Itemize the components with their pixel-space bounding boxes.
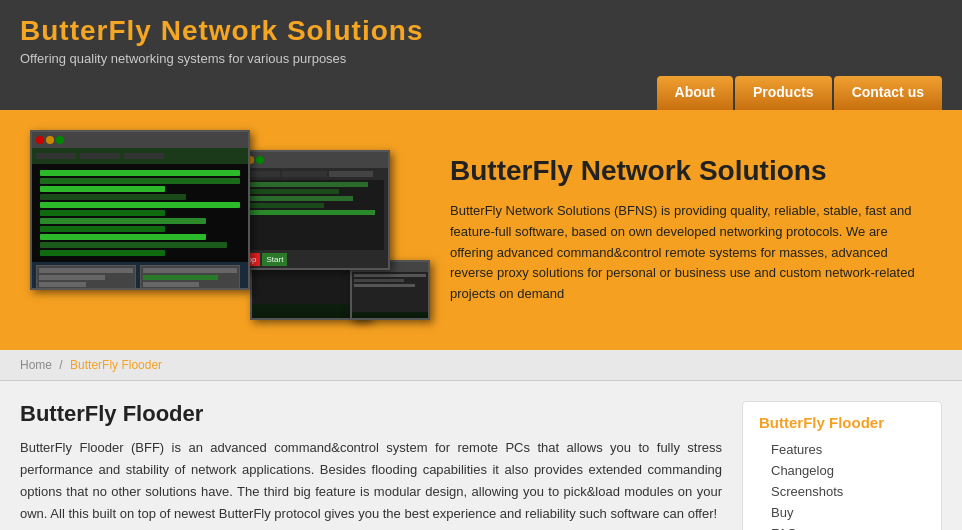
nav-products[interactable]: Products <box>735 76 832 110</box>
hero-banner: Stop Start <box>0 110 962 350</box>
content-body: ButterFly Flooder (BFF) is an advanced c… <box>20 437 722 525</box>
breadcrumb-current[interactable]: ButterFly Flooder <box>70 358 162 372</box>
hero-heading: ButterFly Network Solutions <box>450 155 932 187</box>
main-content: ButterFly Flooder ButterFly Flooder (BFF… <box>0 381 962 530</box>
sidebar: ButterFly Flooder FeaturesChangelogScree… <box>742 401 942 530</box>
nav-about[interactable]: About <box>657 76 733 110</box>
nav: About Products Contact us <box>657 76 942 110</box>
breadcrumb-home[interactable]: Home <box>20 358 52 372</box>
sidebar-link-item[interactable]: Changelog <box>759 460 925 481</box>
hero-screenshots: Stop Start <box>30 130 420 330</box>
breadcrumb: Home / ButterFly Flooder <box>0 350 962 381</box>
site-title: ButterFly Network Solutions <box>20 15 942 47</box>
screenshot-2: Stop Start <box>230 150 390 270</box>
sidebar-title: ButterFly Flooder <box>759 414 925 431</box>
sidebar-link-item[interactable]: Features <box>759 439 925 460</box>
sidebar-link-item[interactable]: Screenshots <box>759 481 925 502</box>
header: ButterFly Network Solutions Offering qua… <box>0 0 962 110</box>
hero-description: ButterFly Network Solutions (BFNS) is pr… <box>450 201 932 305</box>
sidebar-links: FeaturesChangelogScreenshotsBuyFAQ <box>759 439 925 530</box>
sidebar-link-item[interactable]: FAQ <box>759 523 925 530</box>
nav-contact[interactable]: Contact us <box>834 76 942 110</box>
site-tagline: Offering quality networking systems for … <box>20 51 942 66</box>
sidebar-link-item[interactable]: Buy <box>759 502 925 523</box>
content-area: ButterFly Flooder ButterFly Flooder (BFF… <box>20 401 722 530</box>
screenshot-1 <box>30 130 250 290</box>
breadcrumb-separator: / <box>59 358 62 372</box>
hero-text: ButterFly Network Solutions ButterFly Ne… <box>450 155 932 305</box>
sidebar-box: ButterFly Flooder FeaturesChangelogScree… <box>742 401 942 530</box>
content-title: ButterFly Flooder <box>20 401 722 427</box>
